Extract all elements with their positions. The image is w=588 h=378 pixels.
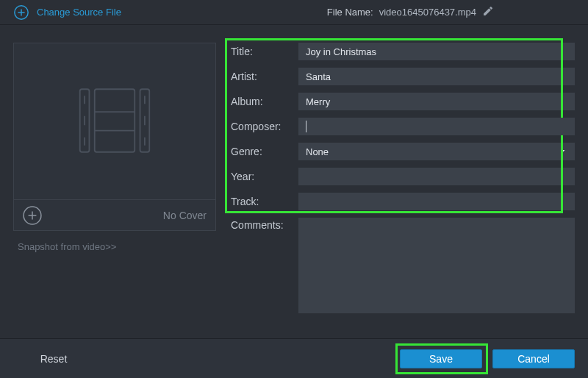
album-input[interactable] [298,93,575,110]
comments-label: Comments: [231,218,298,231]
file-name-value: video1645076437.mp4 [379,7,476,18]
film-placeholder-icon [74,84,155,160]
genre-value: None [306,146,329,157]
title-input[interactable] [298,43,575,60]
artist-label: Artist: [231,71,298,82]
comments-row: Comments: [231,218,575,313]
track-label: Track: [231,196,298,207]
change-source-label: Change Source File [37,7,121,18]
plus-circle-icon [13,4,29,21]
year-label: Year: [231,171,298,182]
file-name-group: File Name: video1645076437.mp4 [327,5,575,19]
album-row: Album: [231,93,575,110]
cover-column: No Cover Snapshot from video>> [13,43,216,321]
no-cover-label: No Cover [163,210,207,221]
file-name-label: File Name: [327,7,373,18]
genre-label: Genre: [231,146,298,157]
artist-input[interactable] [298,68,575,85]
snapshot-from-video-link[interactable]: Snapshot from video>> [13,231,216,263]
genre-row: Genre: None [231,143,575,160]
top-bar: Change Source File File Name: video16450… [0,0,588,25]
track-input[interactable] [298,193,575,210]
composer-input[interactable] [298,118,575,135]
artist-row: Artist: [231,68,575,85]
svg-rect-11 [95,89,135,151]
composer-row: Composer: [231,118,575,135]
main-area: No Cover Snapshot from video>> Title: Ar… [0,25,588,321]
genre-select[interactable]: None [298,143,575,160]
cancel-button[interactable]: Cancel [492,349,575,368]
year-row: Year: [231,168,575,185]
comments-input[interactable] [298,218,575,313]
reset-button[interactable]: Reset [13,349,94,368]
edit-icon[interactable] [482,5,494,19]
album-label: Album: [231,96,298,107]
title-label: Title: [231,46,298,57]
metadata-form: Title: Artist: Album: Composer: Genre: N… [231,43,575,321]
year-input[interactable] [298,168,575,185]
cover-footer: No Cover [14,199,215,230]
cover-preview [14,43,215,199]
bottom-bar: Reset Save Cancel [0,338,588,378]
composer-label: Composer: [231,121,298,132]
text-caret [306,121,306,132]
save-button[interactable]: Save [400,349,482,368]
add-cover-button[interactable] [23,206,42,225]
cover-box: No Cover [13,43,216,231]
chevron-down-icon [559,146,567,157]
title-row: Title: [231,43,575,60]
track-row: Track: [231,193,575,210]
change-source-button[interactable]: Change Source File [13,4,121,21]
